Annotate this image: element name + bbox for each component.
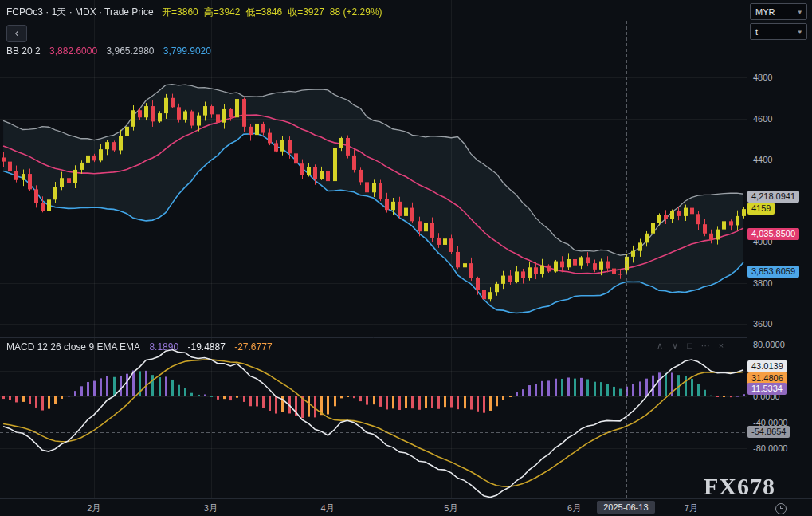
ohlc-open: 开=3860 (162, 6, 198, 18)
crosshair-value-label: -54.8654 (747, 426, 790, 438)
bb-lower-value: 3,799.9020 (163, 45, 211, 57)
macd-tick: -80.0000 (753, 443, 787, 454)
bb-basis-price-label: 4,035.8500 (747, 228, 799, 240)
pane-more-icon[interactable]: ⋯ (701, 341, 710, 351)
month-label: 2月 (87, 502, 100, 514)
bb-lower-price-label: 3,853.6059 (747, 266, 799, 278)
macd-legend-title[interactable]: MACD 12 26 close 9 EMA EMA (6, 341, 140, 353)
macd-signal-value: -27.6777 (234, 341, 272, 353)
unit-dropdown-value: t (755, 27, 758, 37)
ohlc-close: 收=3927 (288, 6, 324, 18)
back-button[interactable]: ‹ (6, 25, 27, 42)
pane-maximize-icon[interactable]: □ (687, 341, 692, 351)
chart-header: FCPOc3 · 1天 · MDX · Trade Price 开=3860高=… (6, 6, 382, 19)
chart-canvas[interactable] (0, 0, 747, 498)
last-price-label: 4159 (747, 203, 775, 215)
bb-upper-price-label: 4,218.0941 (747, 191, 799, 203)
unit-dropdown[interactable]: t ▾ (750, 23, 807, 40)
macd-hist-value: 8.1890 (149, 341, 178, 353)
time-axis[interactable]: 2025-06-13 2月3月4月5月6月7月 (0, 498, 812, 516)
chevron-down-icon: ▾ (798, 28, 802, 36)
macd-line-value: -19.4887 (187, 341, 225, 353)
price-tick: 4400 (753, 154, 772, 165)
price-axis[interactable]: MYR ▾ t ▾ 4,218.0941 4159 4,035.8500 3,8… (747, 0, 812, 498)
macd-pane-controls: ∧∨□⋯× (657, 341, 724, 351)
macd-tick: 80.0000 (753, 339, 785, 350)
currency-dropdown-value: MYR (755, 7, 775, 17)
month-label: 3月 (204, 502, 218, 514)
ohlc-low: 低=3846 (245, 6, 282, 18)
pane-collapse-down-icon[interactable]: ∨ (672, 341, 678, 351)
timezone-clock-icon[interactable] (775, 503, 787, 514)
macd-line-axis-label: 43.0139 (747, 360, 787, 372)
month-label: 4月 (320, 502, 334, 514)
month-label: 6月 (567, 502, 581, 514)
ohlc-high: 高=3942 (204, 6, 241, 18)
macd-indicator-legend: MACD 12 26 close 9 EMA EMA 8.1890 -19.48… (6, 341, 279, 353)
price-tick: 4600 (753, 113, 772, 124)
bb-basis-value: 3,882.6000 (49, 45, 97, 57)
pane-close-icon[interactable]: × (719, 341, 724, 351)
price-tick: 3600 (753, 318, 772, 329)
pane-collapse-up-icon[interactable]: ∧ (657, 341, 663, 351)
bb-upper-value: 3,965.2980 (106, 45, 154, 57)
crosshair-date-label: 2025-06-13 (597, 501, 654, 514)
ohlc-values: 开=3860高=3942低=3846收=392788 (+2.29%) (156, 6, 382, 18)
price-tick: 3800 (753, 278, 772, 289)
price-tick: 4800 (753, 72, 772, 83)
macd-hist-axis-label: 11.5334 (747, 383, 787, 395)
bb-indicator-legend: BB 20 2 3,882.6000 3,965.2980 3,799.9020 (6, 45, 218, 57)
month-label: 7月 (685, 502, 698, 514)
chevron-down-icon: ▾ (798, 8, 802, 16)
month-label: 5月 (444, 502, 457, 514)
ohlc-change: 88 (+2.29%) (330, 6, 382, 18)
fx678-watermark: FX678 (704, 473, 775, 500)
symbol-title[interactable]: FCPOc3 · 1天 · MDX · Trade Price (6, 6, 154, 18)
currency-dropdown[interactable]: MYR ▾ (750, 3, 807, 20)
bb-legend-title[interactable]: BB 20 2 (6, 45, 41, 57)
